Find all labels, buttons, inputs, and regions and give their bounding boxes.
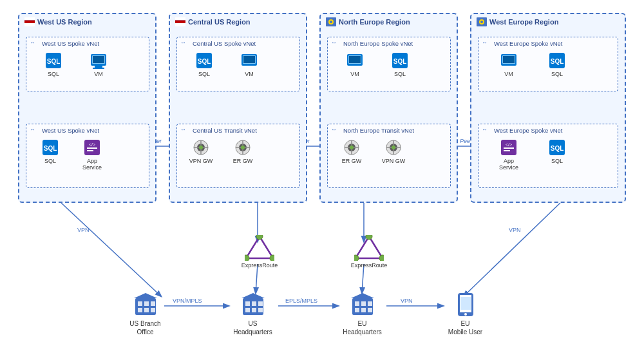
svg-rect-118 (352, 298, 373, 315)
ne-transit-label: North Europe Transit vNet (343, 127, 414, 134)
svg-point-100 (379, 255, 384, 261)
svg-rect-125 (368, 308, 372, 312)
we-spoke1-label: West Europe Spoke vNet (494, 40, 563, 47)
we-spoke2-box: ↔ West Europe Spoke vNet </> App Service… (478, 124, 618, 188)
ne-transit-box: ↔ North Europe Transit vNet ER GW VPN GW (327, 124, 451, 188)
svg-rect-34 (93, 68, 104, 69)
svg-rect-114 (258, 301, 263, 306)
expressroute-eu: ExpressRoute (346, 235, 392, 269)
ne-spoke-label: North Europe Spoke vNet (343, 40, 413, 47)
svg-rect-27 (24, 17, 35, 21)
svg-rect-41 (87, 147, 97, 149)
us-branch-label: US Branch Office (121, 319, 169, 336)
central-us-flag (175, 17, 185, 26)
cu-vpngw-icon: VPN GW (187, 138, 215, 164)
svg-rect-85 (503, 56, 515, 63)
svg-rect-116 (252, 308, 256, 312)
wu-spoke2-sql-icon: SQL SQL (36, 138, 64, 164)
svg-rect-129 (460, 297, 471, 310)
svg-point-61 (241, 146, 245, 149)
cu-transit-box: ↔ Central US Transit vNet VPN GW ER GW (176, 124, 300, 188)
cu-spoke-vm-icon: VM (235, 52, 263, 77)
svg-point-64 (330, 21, 332, 23)
eu-hq-label: EU Headquarters (338, 319, 386, 336)
svg-rect-121 (361, 301, 366, 306)
svg-point-79 (392, 146, 395, 149)
svg-text:VPN: VPN (77, 227, 90, 233)
cu-spoke-label: Central US Spoke vNet (193, 40, 256, 47)
wu-spoke1-label: West US Spoke vNet (42, 40, 99, 47)
wu-spoke2-label: West US Spoke vNet (42, 127, 99, 134)
svg-text:SQL: SQL (551, 145, 564, 152)
we-spoke1-sql-icon: SQL SQL (543, 52, 571, 77)
svg-rect-44 (175, 17, 185, 21)
us-hq-entity: US Headquarters (229, 292, 277, 336)
svg-rect-108 (144, 308, 149, 312)
central-us-region-label: Central US Region (188, 18, 251, 26)
svg-rect-28 (24, 21, 35, 24)
svg-line-22 (61, 203, 161, 296)
svg-rect-33 (95, 66, 102, 68)
svg-rect-123 (355, 308, 359, 312)
expressroute-us: ExpressRoute (237, 235, 282, 269)
us-hq-label: US Headquarters (229, 319, 277, 336)
west-us-flag (24, 17, 35, 26)
wu-spoke1-sql-icon: SQL SQL (39, 52, 68, 77)
eu-mobile-entity: EU Mobile User (441, 292, 489, 336)
svg-rect-29 (24, 23, 35, 26)
cu-spoke-sql-icon: SQL SQL (190, 52, 218, 77)
svg-point-128 (464, 313, 467, 316)
svg-rect-106 (151, 301, 155, 306)
us-branch-entity: US Branch Office (121, 292, 169, 336)
wu-spoke1-box: ↔ West US Spoke vNet SQL SQL VM (26, 37, 149, 91)
svg-rect-120 (355, 301, 359, 306)
svg-rect-36 (93, 56, 104, 63)
svg-rect-51 (243, 56, 255, 63)
svg-rect-42 (87, 150, 93, 151)
svg-rect-117 (258, 308, 263, 312)
svg-point-95 (256, 235, 263, 240)
cu-transit-label: Central US Transit vNet (193, 127, 257, 134)
svg-rect-46 (175, 23, 185, 26)
svg-point-97 (245, 255, 249, 261)
svg-rect-124 (361, 308, 366, 312)
wu-spoke1-vm-icon: VM (84, 52, 113, 77)
svg-marker-111 (242, 293, 265, 298)
svg-rect-105 (144, 301, 149, 306)
svg-rect-91 (504, 150, 510, 151)
wu-spoke2-appservice-icon: </> App Service (78, 138, 106, 171)
svg-rect-110 (243, 298, 263, 315)
svg-text:VPN: VPN (509, 227, 521, 233)
ne-vpngw-icon: VPN GW (379, 138, 408, 164)
svg-rect-104 (138, 301, 142, 306)
svg-rect-122 (368, 301, 372, 306)
west-europe-flag (477, 17, 487, 26)
svg-point-74 (350, 146, 354, 149)
we-spoke2-appservice-icon: </> App Service (495, 138, 523, 171)
svg-point-96 (270, 255, 274, 261)
svg-marker-103 (134, 293, 157, 298)
wu-spoke2-box: ↔ West US Spoke vNet SQL SQL </> App Ser… (26, 124, 149, 188)
svg-text:SQL: SQL (198, 58, 211, 65)
svg-rect-113 (252, 301, 256, 306)
eu-mobile-label: EU Mobile User (441, 319, 489, 336)
west-europe-region: West Europe Region ↔ West Europe Spoke v… (470, 13, 626, 203)
svg-text:EPLS/MPLS: EPLS/MPLS (285, 298, 317, 304)
svg-text:SQL: SQL (551, 58, 564, 65)
diagram-container: Peer Peer Peer Peer Peer VPN/MPLS VPN EP… (0, 0, 644, 360)
svg-point-82 (480, 21, 483, 23)
svg-text:</>: </> (89, 142, 95, 147)
svg-rect-45 (175, 21, 185, 24)
ne-spoke-vm-icon: VM (341, 52, 369, 77)
svg-line-24 (464, 203, 560, 296)
west-us-region: West US Region ↔ West US Spoke vNet SQL … (18, 13, 156, 203)
we-spoke2-label: West Europe Spoke vNet (494, 127, 563, 134)
west-europe-region-label: West Europe Region (489, 18, 558, 26)
svg-rect-102 (135, 298, 156, 315)
svg-rect-115 (245, 308, 250, 312)
north-europe-flag (326, 17, 336, 26)
svg-rect-67 (349, 56, 361, 63)
north-europe-region-label: North Europe Region (339, 18, 410, 26)
svg-text:SQL: SQL (393, 58, 407, 65)
central-us-region: Central US Region ↔ Central US Spoke vNe… (169, 13, 307, 203)
